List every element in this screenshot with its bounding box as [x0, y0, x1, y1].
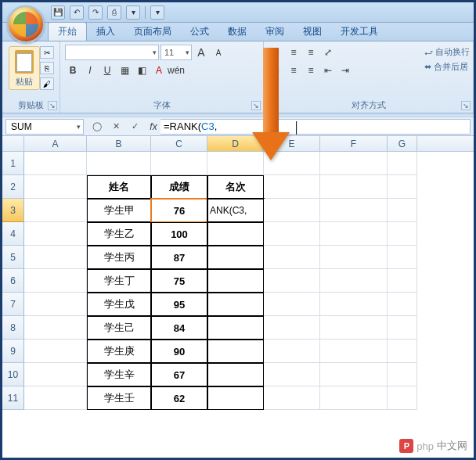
cell[interactable] — [264, 316, 320, 340]
qat-more-icon[interactable]: ▾ — [150, 5, 164, 20]
col-header[interactable]: D — [207, 136, 264, 151]
cell[interactable] — [24, 386, 87, 410]
cell[interactable] — [320, 316, 388, 340]
cell[interactable] — [388, 363, 417, 386]
cell[interactable]: 75 — [151, 269, 207, 293]
align-bottom-icon[interactable]: ≡ — [303, 45, 319, 60]
cell[interactable]: 姓名 — [87, 175, 151, 199]
align-right-icon[interactable]: ≡ — [303, 63, 319, 78]
col-header[interactable]: F — [320, 136, 388, 151]
cell[interactable] — [87, 152, 151, 175]
copy-icon[interactable]: ⎘ — [40, 62, 54, 74]
cell[interactable] — [320, 340, 388, 363]
paste-button[interactable]: 粘贴 — [9, 46, 40, 90]
cell[interactable]: 学生辛 — [87, 363, 151, 386]
cell[interactable] — [388, 269, 417, 293]
align-center-icon[interactable]: ≡ — [286, 63, 301, 78]
cell[interactable] — [24, 199, 87, 222]
cell[interactable]: 87 — [151, 246, 207, 269]
name-box[interactable]: SUM — [5, 119, 84, 135]
cell[interactable] — [207, 340, 264, 363]
border-icon[interactable]: ▦ — [117, 63, 132, 78]
col-header[interactable]: G — [388, 136, 417, 151]
cell[interactable] — [24, 246, 87, 269]
merge-center-button[interactable]: ⬌合并后居 — [424, 61, 470, 73]
dialog-launcher-icon[interactable]: ↘ — [48, 101, 57, 110]
cell[interactable] — [24, 363, 87, 386]
cell[interactable] — [320, 293, 388, 316]
print-icon[interactable]: ⎙ — [107, 5, 121, 20]
font-name-combo[interactable] — [65, 45, 159, 60]
col-header[interactable]: B — [87, 136, 151, 151]
cell[interactable] — [24, 152, 87, 175]
cell[interactable] — [320, 152, 388, 175]
cell[interactable] — [320, 246, 388, 269]
cell[interactable] — [264, 363, 320, 386]
cell[interactable] — [24, 222, 87, 246]
cell[interactable] — [320, 175, 388, 199]
cell[interactable] — [388, 199, 417, 222]
align-left-icon[interactable]: ≡ — [269, 63, 284, 78]
cell[interactable] — [388, 316, 417, 340]
row-header[interactable]: 4 — [2, 222, 24, 246]
row-header[interactable]: 6 — [2, 269, 24, 293]
dialog-launcher-icon[interactable]: ↘ — [251, 101, 261, 110]
cell[interactable]: 84 — [151, 316, 207, 340]
cell[interactable] — [320, 363, 388, 386]
align-top-icon[interactable]: ≡ — [269, 45, 284, 60]
col-header[interactable]: E — [264, 136, 320, 151]
cell[interactable] — [264, 222, 320, 246]
tab-page-layout[interactable]: 页面布局 — [124, 23, 181, 41]
cell[interactable] — [207, 269, 264, 293]
phonetic-icon[interactable]: wén — [168, 63, 184, 78]
font-color-icon[interactable]: A — [151, 63, 167, 78]
redo-icon[interactable]: ↷ — [88, 5, 103, 20]
cell[interactable] — [24, 340, 87, 363]
cell[interactable] — [388, 175, 417, 199]
orientation-icon[interactable]: ⤢ — [320, 45, 336, 60]
cell[interactable] — [207, 316, 264, 340]
cancel-formula-icon[interactable]: ✕ — [109, 120, 123, 134]
cell[interactable] — [207, 152, 264, 175]
row-header[interactable]: 10 — [2, 363, 24, 386]
cell[interactable] — [388, 340, 417, 363]
cell[interactable]: 100 — [151, 222, 207, 246]
formula-circle-icon[interactable]: ◯ — [90, 120, 104, 134]
undo-icon[interactable]: ↶ — [70, 5, 84, 20]
col-header[interactable]: C — [151, 136, 207, 151]
row-header[interactable]: 8 — [2, 316, 24, 340]
tab-insert[interactable]: 插入 — [87, 23, 124, 41]
tab-view[interactable]: 视图 — [294, 23, 331, 41]
active-cell[interactable]: ANK(C3, — [207, 199, 264, 222]
tab-formulas[interactable]: 公式 — [181, 23, 218, 41]
cell[interactable] — [207, 386, 264, 410]
bold-icon[interactable]: B — [65, 63, 81, 78]
cell[interactable] — [264, 269, 320, 293]
cell[interactable] — [264, 152, 320, 175]
italic-icon[interactable]: I — [82, 63, 98, 78]
worksheet[interactable]: A B C D E F G 1 2 姓名 成绩 名次 3 学生甲 76 ANK(… — [2, 136, 474, 410]
cell[interactable]: 学生庚 — [87, 340, 151, 363]
cell[interactable] — [207, 246, 264, 269]
cell[interactable] — [24, 293, 87, 316]
cell[interactable] — [24, 175, 87, 199]
fx-icon[interactable]: fx — [146, 120, 160, 134]
grow-font-icon[interactable]: A — [193, 45, 209, 60]
cell[interactable] — [264, 340, 320, 363]
row-header[interactable]: 1 — [2, 152, 24, 175]
shrink-font-icon[interactable]: A — [211, 45, 226, 60]
cell[interactable] — [320, 222, 388, 246]
cell[interactable]: 学生丙 — [87, 246, 151, 269]
office-button[interactable] — [7, 5, 45, 43]
increase-indent-icon[interactable]: ⇥ — [337, 63, 353, 78]
cell[interactable] — [207, 222, 264, 246]
cell[interactable] — [207, 293, 264, 316]
row-header[interactable]: 11 — [2, 386, 24, 410]
cut-icon[interactable]: ✂ — [40, 46, 54, 59]
cell[interactable] — [320, 386, 388, 410]
formula-input[interactable]: =RANK(C3, │ — [160, 119, 471, 135]
tab-data[interactable]: 数据 — [218, 23, 256, 41]
align-middle-icon[interactable]: ≡ — [286, 45, 301, 60]
cell[interactable]: 成绩 — [151, 175, 207, 199]
cell[interactable] — [264, 293, 320, 316]
